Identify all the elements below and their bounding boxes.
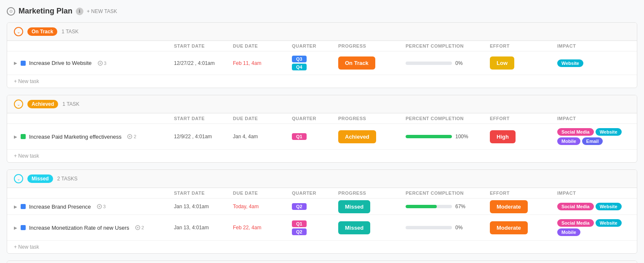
effort-badge: Low [490, 56, 514, 70]
col-headers: START DATE DUE DATE QUARTER PROGRESS PER… [7, 113, 637, 124]
quarter-badge: Q2 [292, 203, 307, 210]
task-expand-icon[interactable]: ▶ [14, 61, 17, 65]
section-task-count-missed: 2 TASKS [57, 176, 77, 182]
new-task-row[interactable]: + New task [7, 150, 637, 162]
task-impact-tags: Social MediaWebsiteMobile [557, 219, 630, 236]
subtask-icon [98, 61, 103, 66]
task-percent-cell: 0% [406, 225, 490, 231]
col-effort: EFFORT [490, 43, 557, 48]
section-badge-achieved: Achieved [27, 100, 58, 108]
task-row: ▶ Increase Drive to Website 3 12/27/22 ,… [7, 51, 637, 75]
col-quarter: QUARTER [292, 43, 338, 48]
task-name: Increase Drive to Website [29, 60, 92, 66]
section-task-count-achieved: 1 TASK [62, 101, 79, 107]
progress-bar-bg [406, 62, 452, 65]
task-start-date: 12/27/22 , 4:01am [174, 60, 233, 66]
info-icon[interactable]: ℹ [76, 8, 83, 15]
percent-text: 0% [455, 60, 467, 66]
task-name-cell: ▶ Increase Monetization Rate of new User… [14, 225, 174, 231]
task-row: ▶ Increase Brand Presence 3 Jan 13, 4:01… [7, 199, 637, 215]
task-percent-cell: 67% [406, 204, 490, 209]
section-header-missed: ⌄ Missed 2 TASKS [7, 170, 637, 188]
task-due-date: Feb 22, 4am [233, 225, 292, 231]
section-collapse-on-track[interactable]: ⌄ [14, 27, 23, 36]
col-progress: PROGRESS [338, 116, 406, 121]
section-achieved: ⌄ Achieved 1 TASK START DATE DUE DATE QU… [7, 95, 637, 163]
task-progress: Achieved [338, 134, 406, 140]
progress-badge: Missed [338, 200, 370, 213]
section-collapse-missed[interactable]: ⌄ [14, 174, 23, 183]
section-header-achieved: ⌄ Achieved 1 TASK [7, 95, 637, 113]
task-name-cell: ▶ Increase Brand Presence 3 [14, 204, 174, 210]
task-color-dot [21, 204, 26, 209]
task-row: ▶ Increase Monetization Rate of new User… [7, 215, 637, 241]
section-missed: ⌄ Missed 2 TASKS START DATE DUE DATE QUA… [7, 169, 637, 254]
col-headers: START DATE DUE DATE QUARTER PROGRESS PER… [7, 188, 637, 199]
task-quarters: Q2 [292, 203, 338, 210]
collapse-icon[interactable]: ⊙ [7, 7, 15, 16]
section-on-hold: ⌄ On Hold 1 TASK START DATE DUE DATE QUA… [7, 260, 637, 263]
task-color-dot [21, 61, 26, 66]
progress-badge: On Track [338, 56, 375, 70]
col-percent: PERCENT COMPLETION [406, 191, 490, 196]
impact-tag: Mobile [557, 228, 580, 236]
percent-text: 0% [455, 225, 467, 231]
task-progress: Missed [338, 204, 406, 210]
page-title: Marketing Plan [19, 7, 72, 16]
col-percent: PERCENT COMPLETION [406, 116, 490, 121]
page-header: ⊙ Marketing Plan ℹ + NEW TASK [7, 7, 637, 16]
task-impact-tags: Website [557, 59, 630, 67]
section-header-on-hold: ⌄ On Hold 1 TASK [7, 261, 637, 263]
section-task-count-on-track: 1 TASK [61, 29, 78, 35]
subtask-icon [135, 225, 140, 230]
col-progress: PROGRESS [338, 191, 406, 196]
task-impact-tags: Social MediaWebsiteMobileEmail [557, 128, 630, 145]
col-due-date: DUE DATE [233, 191, 292, 196]
col-effort: EFFORT [490, 116, 557, 121]
col-progress: PROGRESS [338, 43, 406, 48]
task-quarters: Q1Q2 [292, 220, 338, 235]
task-name-cell: ▶ Increase Drive to Website 3 [14, 60, 174, 66]
task-due-date: Feb 11, 4am [233, 60, 292, 66]
task-subtask-count: 2 [135, 225, 144, 230]
col-headers: START DATE DUE DATE QUARTER PROGRESS PER… [7, 41, 637, 51]
task-subtask-count: 2 [127, 134, 136, 139]
task-expand-icon[interactable]: ▶ [14, 134, 17, 139]
page-container: ⊙ Marketing Plan ℹ + NEW TASK ⌄ On Track… [0, 0, 644, 263]
quarter-badge: Q2 [292, 228, 307, 235]
task-expand-icon[interactable]: ▶ [14, 225, 17, 230]
task-due-date: Jan 4, 4am [233, 134, 292, 140]
task-start-date: Jan 13, 4:01am [174, 204, 233, 209]
impact-tag: Website [596, 128, 622, 136]
task-expand-icon[interactable]: ▶ [14, 204, 17, 209]
col-start-date: START DATE [174, 191, 233, 196]
task-percent-cell: 0% [406, 60, 490, 66]
percent-text: 67% [455, 204, 467, 209]
new-task-row[interactable]: + New task [7, 241, 637, 253]
task-progress: Missed [338, 225, 406, 231]
col-start-date: START DATE [174, 43, 233, 48]
task-percent-cell: 100% [406, 134, 490, 140]
progress-bar-bg [406, 205, 452, 208]
task-name: Increase Monetization Rate of new Users [29, 225, 129, 231]
task-effort: Moderate [490, 204, 557, 210]
impact-tag: Website [596, 203, 622, 210]
effort-badge: High [490, 130, 516, 143]
task-row: ▶ Increase Paid Marketing effectiveness … [7, 124, 637, 150]
progress-badge: Missed [338, 221, 370, 234]
task-subtask-count: 3 [97, 204, 106, 209]
impact-tag: Social Media [557, 219, 594, 227]
new-task-header-button[interactable]: + NEW TASK [87, 8, 117, 14]
section-collapse-achieved[interactable]: ⌄ [14, 99, 23, 109]
progress-bar-fill [406, 205, 437, 208]
impact-tag: Website [557, 59, 583, 67]
task-effort: High [490, 134, 557, 140]
new-task-row[interactable]: + New task [7, 75, 637, 88]
task-quarters: Q3Q4 [292, 56, 338, 70]
col-start-date: START DATE [174, 116, 233, 121]
impact-tag: Website [596, 219, 622, 227]
col-quarter: QUARTER [292, 116, 338, 121]
quarter-badge: Q1 [292, 133, 307, 140]
impact-tag: Mobile [557, 137, 580, 145]
task-color-dot [21, 225, 26, 230]
